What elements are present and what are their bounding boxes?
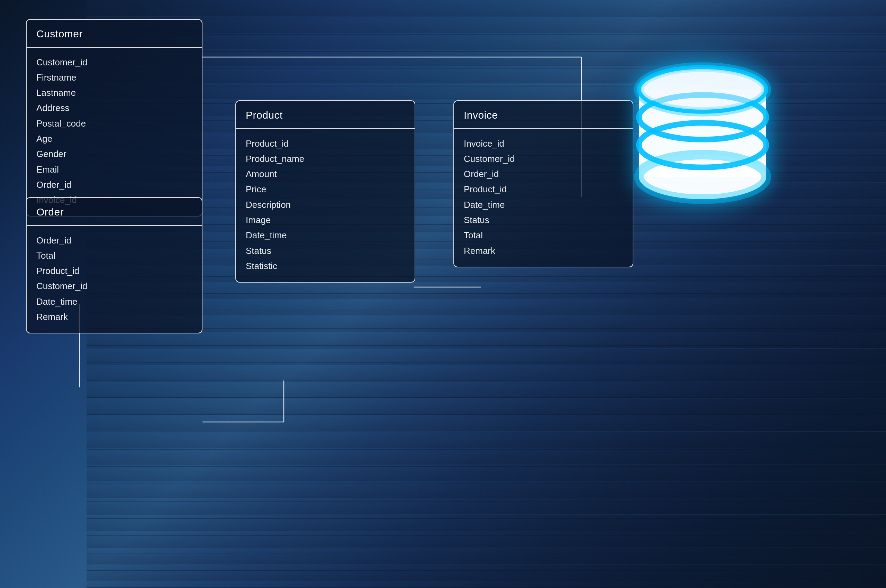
table-field: Remark: [36, 309, 192, 324]
customer-table: Customer Customer_idFirstnameLastnameAdd…: [26, 19, 203, 216]
table-field: Date_time: [36, 294, 192, 309]
table-field: Customer_id: [464, 151, 623, 166]
table-field: Date_time: [464, 197, 623, 212]
table-field: Lastname: [36, 85, 192, 100]
table-field: Product_name: [246, 151, 405, 166]
table-field: Statistic: [246, 258, 405, 274]
table-field: Image: [246, 212, 405, 228]
table-field: Order_id: [464, 166, 623, 182]
table-field: Postal_code: [36, 116, 192, 131]
order-table: Order Order_idTotalProduct_idCustomer_id…: [26, 197, 203, 333]
database-icon-wrapper: [623, 54, 782, 213]
table-field: Invoice_id: [464, 136, 623, 151]
table-field: Total: [36, 248, 192, 263]
order-table-body: Order_idTotalProduct_idCustomer_idDate_t…: [27, 226, 202, 333]
table-field: Customer_id: [36, 278, 192, 294]
table-field: Amount: [246, 166, 405, 182]
table-field: Date_time: [246, 228, 405, 243]
product-table: Product Product_idProduct_nameAmountPric…: [235, 100, 415, 283]
product-title: Product: [246, 109, 283, 121]
table-field: Status: [246, 243, 405, 258]
table-field: Total: [464, 228, 623, 243]
table-field: Order_id: [36, 177, 192, 192]
invoice-title: Invoice: [464, 109, 498, 121]
table-field: Address: [36, 100, 192, 116]
table-field: Product_id: [246, 136, 405, 151]
database-svg-icon: [623, 54, 782, 213]
product-table-body: Product_idProduct_nameAmountPriceDescrip…: [236, 129, 415, 282]
customer-table-header: Customer: [27, 20, 202, 48]
table-field: Gender: [36, 146, 192, 162]
invoice-table-body: Invoice_idCustomer_idOrder_idProduct_idD…: [454, 129, 633, 267]
invoice-table: Invoice Invoice_idCustomer_idOrder_idPro…: [453, 100, 633, 267]
table-field: Customer_id: [36, 55, 192, 70]
table-field: Status: [464, 212, 623, 228]
invoice-table-header: Invoice: [454, 101, 633, 129]
table-field: Product_id: [464, 182, 623, 197]
customer-table-body: Customer_idFirstnameLastnameAddressPosta…: [27, 48, 202, 216]
table-field: Price: [246, 182, 405, 197]
table-field: Email: [36, 162, 192, 177]
table-field: Description: [246, 197, 405, 212]
table-field: Firstname: [36, 70, 192, 85]
svg-point-16: [642, 70, 763, 108]
order-title: Order: [36, 206, 64, 218]
customer-title: Customer: [36, 28, 83, 39]
table-field: Age: [36, 131, 192, 146]
table-field: Order_id: [36, 233, 192, 248]
table-field: Product_id: [36, 263, 192, 278]
product-table-header: Product: [236, 101, 415, 129]
order-table-header: Order: [27, 198, 202, 226]
table-field: Remark: [464, 243, 623, 258]
